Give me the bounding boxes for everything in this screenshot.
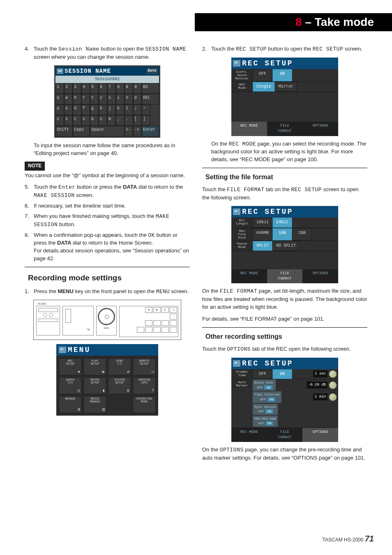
key-s[interactable]: s	[64, 104, 73, 115]
key-n[interactable]: n	[99, 115, 107, 126]
key-q[interactable]: q	[55, 94, 64, 104]
tab[interactable]: OPTIONS	[302, 269, 338, 283]
key-[[interactable]: [	[133, 115, 142, 126]
off-button[interactable]: OFF	[257, 386, 263, 389]
option-button[interactable]: SPLIT	[253, 241, 272, 251]
key-3[interactable]: 3	[73, 83, 81, 94]
menu-item[interactable]: METER SETUP▮	[83, 377, 106, 394]
option-button[interactable]: 1GB	[272, 228, 292, 240]
key-u[interactable]: u	[107, 94, 116, 104]
menu-item[interactable]: AUDIO I/O◎	[59, 377, 82, 394]
option-button[interactable]: 640MB	[253, 228, 272, 240]
key-t[interactable]: t	[90, 94, 99, 104]
key-l[interactable]: l	[125, 104, 133, 115]
key-m[interactable]: m	[107, 115, 116, 126]
transport-button[interactable]: ⏸	[161, 307, 169, 313]
key-r[interactable]: r	[81, 94, 90, 104]
tab[interactable]: FILE FORMAT	[267, 428, 303, 442]
back-icon[interactable]: ↩	[59, 347, 66, 353]
option-button[interactable]: Single	[253, 82, 275, 92]
key-h[interactable]: h	[99, 104, 107, 115]
key-o[interactable]: o	[125, 94, 133, 104]
key-4[interactable]: 4	[81, 83, 90, 94]
key-d[interactable]: d	[73, 104, 81, 115]
key-y[interactable]: y	[99, 94, 107, 104]
key-0[interactable]: 0	[133, 83, 142, 94]
key-7[interactable]: 7	[107, 83, 116, 94]
key-x[interactable]: x	[64, 115, 73, 126]
menu-item[interactable]: PLAY SETUP▶	[83, 358, 106, 375]
key[interactable]	[170, 314, 177, 319]
key-p[interactable]: p	[133, 94, 142, 104]
key-.[interactable]: .	[125, 115, 133, 126]
tab[interactable]: REC MODE	[231, 122, 267, 136]
menu-item[interactable]: VERSION INFO?	[133, 377, 156, 394]
prerec-off-button[interactable]: OFF	[253, 369, 272, 379]
key[interactable]	[153, 327, 161, 333]
off-button[interactable]: OFF	[258, 421, 264, 425]
key-,[interactable]: ,	[116, 115, 125, 126]
menu-item[interactable]: BROWSE≣	[59, 396, 82, 413]
key-8[interactable]: 8	[116, 83, 125, 94]
transport-button[interactable]: ■	[145, 307, 152, 313]
tab[interactable]: FILE FORMAT	[267, 122, 303, 136]
on-button[interactable]: ON	[265, 421, 274, 426]
session-name-field[interactable]: Session002	[55, 76, 159, 83]
back-icon[interactable]: ↩	[233, 208, 240, 215]
option-button[interactable]: NO SPLIT	[272, 241, 300, 251]
key-5[interactable]: 5	[90, 83, 99, 94]
prerec-on-button[interactable]: ON	[272, 369, 292, 379]
option-button[interactable]: 2GB	[292, 228, 312, 240]
key-9[interactable]: 9	[125, 83, 133, 94]
transport-button[interactable]: ●	[170, 307, 177, 313]
key-e[interactable]: e	[73, 94, 81, 104]
option-button[interactable]: OFF	[253, 69, 272, 81]
option-button[interactable]: Mirror	[275, 82, 297, 92]
key-caps[interactable]: Caps	[73, 126, 90, 136]
key-a[interactable]: a	[55, 104, 64, 115]
key-left[interactable]: <-	[125, 126, 133, 136]
date-button[interactable]: Date	[146, 68, 158, 74]
option-button[interactable]: 16bit	[253, 217, 272, 228]
key-v[interactable]: v	[81, 115, 90, 126]
tab[interactable]: FILE FORMAT	[267, 269, 303, 283]
key-j[interactable]: j	[107, 104, 116, 115]
key-k[interactable]: k	[116, 104, 125, 115]
back-icon[interactable]: ↩	[233, 360, 240, 367]
key-w[interactable]: w	[64, 94, 73, 104]
off-button[interactable]: OFF	[260, 398, 266, 401]
on-button[interactable]: ON	[264, 385, 272, 390]
menu-item[interactable]: SYSTEM SETUP⚙	[108, 377, 131, 394]
key-][interactable]: ]	[142, 115, 150, 126]
key-shift[interactable]: Shift	[55, 126, 73, 136]
option-button[interactable]: 24bit	[272, 217, 292, 228]
tab[interactable]: OPTIONS	[302, 428, 338, 442]
key[interactable]	[145, 320, 152, 326]
knob-icon[interactable]	[329, 382, 337, 389]
key-right[interactable]: ->	[133, 126, 142, 136]
menu-item[interactable]: OPERATION MODE	[133, 396, 156, 413]
menu-item[interactable]: SYNC T/C⇄	[108, 358, 131, 375]
key[interactable]	[161, 327, 169, 333]
on-button[interactable]: ON	[267, 397, 276, 402]
key-b[interactable]: b	[90, 115, 99, 126]
key-2[interactable]: 2	[64, 83, 73, 94]
key[interactable]	[161, 320, 169, 326]
key[interactable]	[170, 327, 177, 333]
off-button[interactable]: OFF	[258, 409, 264, 413]
key-space[interactable]: Space	[90, 126, 125, 136]
knob-icon[interactable]	[329, 370, 337, 378]
tab[interactable]: OPTIONS	[302, 122, 338, 136]
key-g[interactable]: g	[90, 104, 99, 115]
tab[interactable]: REC MODE	[231, 269, 267, 283]
key[interactable]	[153, 320, 161, 326]
key[interactable]	[170, 320, 177, 326]
back-icon[interactable]: ↩	[57, 68, 63, 74]
back-icon[interactable]: ↩	[233, 60, 240, 67]
menu-item[interactable]: MEDIA MANAGE▤	[83, 396, 106, 413]
option-button[interactable]: ON	[272, 69, 292, 81]
key-;[interactable]: ;	[133, 104, 142, 115]
key-i[interactable]: i	[116, 94, 125, 104]
key-c[interactable]: c	[73, 115, 81, 126]
knob-icon[interactable]	[329, 393, 337, 401]
